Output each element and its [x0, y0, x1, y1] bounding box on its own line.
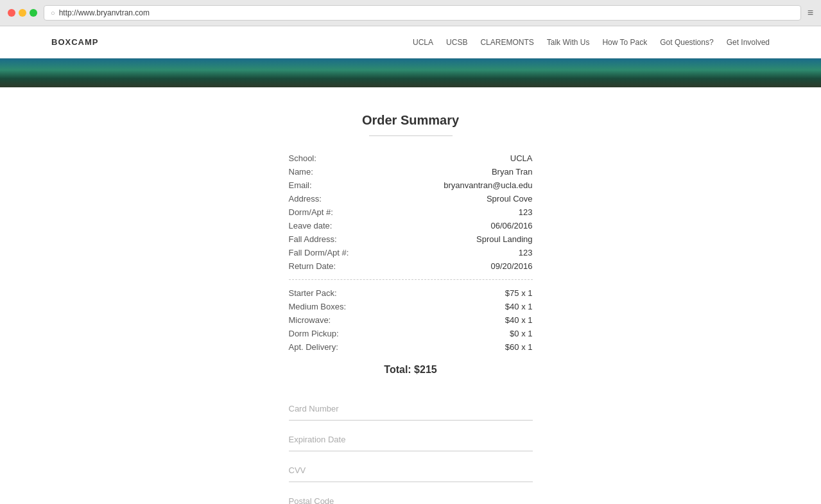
field-label-return-date: Return Date: — [289, 259, 411, 273]
field-label-address: Address: — [289, 192, 411, 205]
nav-link-talk-with-us[interactable]: Talk With Us — [547, 38, 590, 47]
title-divider — [369, 135, 453, 136]
cvv-input[interactable] — [289, 459, 533, 482]
table-row: Dorm Pickup: $0 x 1 — [289, 327, 533, 340]
field-label-leave-date: Leave date: — [289, 219, 411, 232]
order-items-table: Starter Pack: $75 x 1 Medium Boxes: $40 … — [289, 286, 533, 354]
table-row: Apt. Delivery: $60 x 1 — [289, 340, 533, 354]
main-content: Order Summary School: UCLA Name: Bryan T… — [0, 87, 821, 504]
nav-link-get-involved[interactable]: Get Involved — [727, 38, 770, 47]
table-row: Fall Dorm/Apt #: 123 — [289, 246, 533, 259]
field-value-dorm: 123 — [411, 205, 533, 219]
field-value-fall-address: Sproul Landing — [411, 232, 533, 246]
table-row: Email: bryanvantran@ucla.edu — [289, 178, 533, 192]
expiration-date-input[interactable] — [289, 428, 533, 451]
nav-link-how-to-pack[interactable]: How To Pack — [602, 38, 647, 47]
url-text: http://www.bryanvtran.com — [59, 8, 150, 17]
item-label-apt-delivery: Apt. Delivery: — [289, 340, 411, 354]
minimize-button-dot[interactable] — [19, 9, 26, 17]
item-value-microwave: $40 x 1 — [411, 313, 533, 327]
nav-link-claremonts[interactable]: CLAREMONTS — [480, 38, 533, 47]
item-label-dorm-pickup: Dorm Pickup: — [289, 327, 411, 340]
field-label-dorm: Dorm/Apt #: — [289, 205, 411, 219]
address-bar-icon: ○ — [51, 9, 55, 17]
field-value-email: bryanvantran@ucla.edu — [411, 178, 533, 192]
close-button-dot[interactable] — [8, 9, 15, 17]
page: BOXCAMP UCLA UCSB CLAREMONTS Talk With U… — [0, 26, 821, 504]
order-summary-title: Order Summary — [289, 113, 533, 128]
item-value-dorm-pickup: $0 x 1 — [411, 327, 533, 340]
window-controls — [8, 9, 37, 17]
table-row: Starter Pack: $75 x 1 — [289, 286, 533, 300]
postal-code-input[interactable] — [289, 490, 533, 504]
item-value-medium-boxes: $40 x 1 — [411, 300, 533, 313]
field-value-address: Sproul Cove — [411, 192, 533, 205]
field-value-school: UCLA — [411, 152, 533, 165]
order-total: Total: $215 — [289, 354, 533, 391]
item-label-starter: Starter Pack: — [289, 286, 411, 300]
order-details-table: School: UCLA Name: Bryan Tran Email: bry… — [289, 152, 533, 273]
table-row: Name: Bryan Tran — [289, 165, 533, 178]
nav-link-ucsb[interactable]: UCSB — [446, 38, 467, 47]
order-summary-section: Order Summary School: UCLA Name: Bryan T… — [289, 113, 533, 391]
table-row: Return Date: 09/20/2016 — [289, 259, 533, 273]
field-value-name: Bryan Tran — [411, 165, 533, 178]
order-items-divider — [289, 279, 533, 280]
table-row: Medium Boxes: $40 x 1 — [289, 300, 533, 313]
cvv-field — [289, 459, 533, 490]
field-value-return-date: 09/20/2016 — [411, 259, 533, 273]
brand-logo: BOXCAMP — [13, 37, 98, 47]
item-value-apt-delivery: $60 x 1 — [411, 340, 533, 354]
payment-form: Submit — [289, 397, 533, 504]
field-label-school: School: — [289, 152, 411, 165]
table-row: Fall Address: Sproul Landing — [289, 232, 533, 246]
table-row: Address: Sproul Cove — [289, 192, 533, 205]
address-bar[interactable]: ○ http://www.bryanvtran.com — [44, 5, 801, 21]
item-label-microwave: Microwave: — [289, 313, 411, 327]
card-number-input[interactable] — [289, 397, 533, 421]
navigation: BOXCAMP UCLA UCSB CLAREMONTS Talk With U… — [0, 26, 821, 58]
item-value-starter: $75 x 1 — [411, 286, 533, 300]
browser-menu-icon[interactable]: ≡ — [808, 7, 813, 19]
nav-link-ucla[interactable]: UCLA — [413, 38, 433, 47]
field-label-fall-dorm: Fall Dorm/Apt #: — [289, 246, 411, 259]
field-label-fall-address: Fall Address: — [289, 232, 411, 246]
postal-code-field — [289, 490, 533, 504]
table-row: Dorm/Apt #: 123 — [289, 205, 533, 219]
browser-chrome: ○ http://www.bryanvtran.com ≡ — [0, 0, 821, 26]
item-label-medium-boxes: Medium Boxes: — [289, 300, 411, 313]
table-row: School: UCLA — [289, 152, 533, 165]
field-label-email: Email: — [289, 178, 411, 192]
field-value-fall-dorm: 123 — [411, 246, 533, 259]
nav-link-got-questions[interactable]: Got Questions? — [660, 38, 713, 47]
nav-links: UCLA UCSB CLAREMONTS Talk With Us How To… — [413, 38, 770, 47]
expiration-date-field — [289, 428, 533, 459]
field-label-name: Name: — [289, 165, 411, 178]
table-row: Leave date: 06/06/2016 — [289, 219, 533, 232]
card-number-field — [289, 397, 533, 428]
hero-image — [0, 58, 821, 87]
field-value-leave-date: 06/06/2016 — [411, 219, 533, 232]
table-row: Microwave: $40 x 1 — [289, 313, 533, 327]
maximize-button-dot[interactable] — [30, 9, 37, 17]
